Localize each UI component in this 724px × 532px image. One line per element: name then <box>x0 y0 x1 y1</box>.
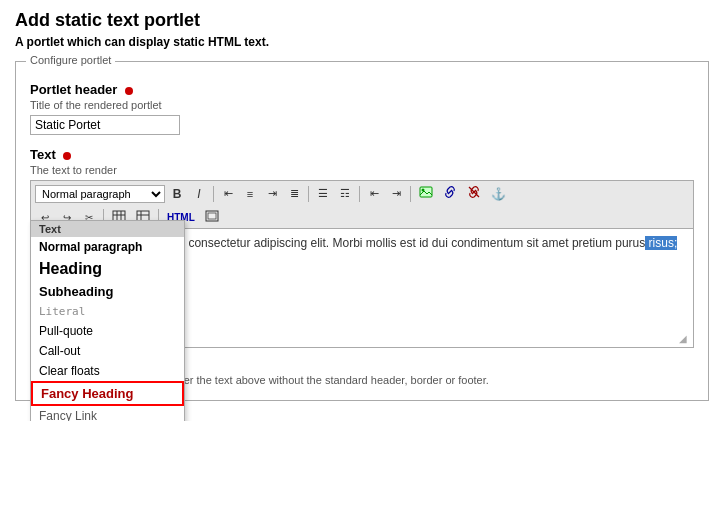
toolbar-sep-3 <box>359 186 360 202</box>
toolbar-sep-4 <box>410 186 411 202</box>
unordered-list-button[interactable]: ☰ <box>313 185 333 202</box>
dropdown-item-literal[interactable]: Literal <box>31 302 184 321</box>
toolbar-sep-2 <box>308 186 309 202</box>
dropdown-item-call-out[interactable]: Call-out <box>31 341 184 361</box>
page-subtitle: A portlet which can display static HTML … <box>15 35 709 49</box>
unlink-button[interactable] <box>463 183 485 204</box>
portlet-header-hint: Title of the rendered portlet <box>30 99 694 111</box>
ordered-list-button[interactable]: ☶ <box>335 185 355 202</box>
outdent-button[interactable]: ⇤ <box>364 185 384 202</box>
text-required-indicator <box>63 152 71 160</box>
dropdown-item-subheading[interactable]: Subheading <box>31 281 184 302</box>
dropdown-item-pull-quote[interactable]: Pull-quote <box>31 321 184 341</box>
text-field-label: Text <box>30 147 694 162</box>
link-button[interactable] <box>439 183 461 204</box>
italic-button[interactable]: I <box>189 185 209 203</box>
page-title: Add static text portlet <box>15 10 709 31</box>
toolbar-sep-1 <box>213 186 214 202</box>
editor-toolbar-row1: Normal paragraph Heading Subheading Lite… <box>30 180 694 206</box>
dropdown-item-fancy-heading[interactable]: Fancy Heading <box>31 381 184 406</box>
align-center-button[interactable]: ≡ <box>240 186 260 202</box>
align-justify-button[interactable]: ≣ <box>284 185 304 202</box>
dropdown-item-clear-floats[interactable]: Clear floats <box>31 361 184 381</box>
align-left-button[interactable]: ⇤ <box>218 185 238 202</box>
image-button[interactable] <box>415 183 437 204</box>
required-indicator <box>125 87 133 95</box>
fullscreen-button[interactable] <box>201 208 223 226</box>
text-field-hint: The text to render <box>30 164 694 176</box>
configure-portlet-box: Configure portlet Portlet header Title o… <box>15 61 709 401</box>
svg-rect-11 <box>208 213 216 219</box>
config-legend: Configure portlet <box>26 54 115 66</box>
dropdown-item-normal-paragraph[interactable]: Normal paragraph <box>31 237 184 257</box>
portlet-header-label: Portlet header <box>30 82 694 97</box>
bold-button[interactable]: B <box>167 185 187 203</box>
svg-rect-0 <box>420 187 432 197</box>
dropdown-section-text: Text <box>31 221 184 237</box>
dropdown-item-heading[interactable]: Heading <box>31 257 184 281</box>
resize-handle[interactable]: ◢ <box>679 333 691 345</box>
style-select[interactable]: Normal paragraph Heading Subheading Lite… <box>35 185 165 203</box>
portlet-header-input[interactable] <box>30 115 180 135</box>
indent-button[interactable]: ⇥ <box>386 185 406 202</box>
dropdown-item-fancy-link[interactable]: Fancy Link <box>31 406 184 421</box>
anchor-button[interactable]: ⚓ <box>487 185 510 203</box>
align-right-button[interactable]: ⇥ <box>262 185 282 202</box>
style-dropdown-menu: Text Normal paragraph Heading Subheading… <box>30 220 185 421</box>
editor-wrapper: Normal paragraph Heading Subheading Lite… <box>30 180 694 348</box>
